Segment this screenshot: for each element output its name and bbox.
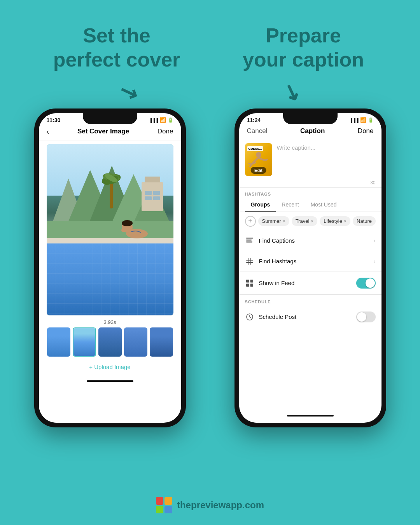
thumb-guess-label: GUESS... — [247, 146, 264, 151]
svg-rect-19 — [246, 242, 252, 243]
svg-rect-22 — [246, 260, 253, 261]
left-arrow-icon: ↙ — [116, 77, 141, 107]
show-in-feed-toggle[interactable] — [356, 278, 376, 289]
thumbnail-4[interactable] — [124, 327, 147, 357]
home-indicator-right — [287, 415, 334, 416]
schedule-section-label: SCHEDULE — [239, 294, 382, 306]
schedule-post-label: Schedule Post — [259, 313, 352, 320]
status-icons-left: ▐▐▐ 📶 🔋 — [149, 117, 173, 123]
right-header: Prepare your caption — [210, 23, 397, 72]
palm-tree-svg — [100, 158, 123, 208]
tab-groups[interactable]: Groups — [245, 198, 276, 212]
caption-thumbnail: GUESS... Edit — [245, 143, 272, 176]
logo-q3 — [156, 506, 164, 514]
footer-website: thepreviewapp.com — [177, 500, 264, 511]
done-button-right[interactable]: Done — [358, 127, 374, 135]
svg-rect-21 — [250, 258, 251, 265]
grid-icon — [245, 278, 254, 288]
logo-q4 — [164, 506, 172, 514]
hashtag-chips: + Summer × Travel × Lifestyle × Nature — [239, 212, 382, 231]
toggle-thumb-off — [357, 312, 366, 322]
pool-water — [47, 243, 173, 315]
landscape-bg — [47, 144, 173, 315]
done-button-left[interactable]: Done — [158, 128, 173, 135]
wifi-icon: 📶 — [160, 117, 166, 123]
phone-left-screen: 11:30 ▐▐▐ 📶 🔋 ‹ Set Cover Image Done — [39, 113, 181, 423]
schedule-post-row[interactable]: Schedule Post — [239, 306, 382, 328]
svg-rect-17 — [246, 238, 253, 239]
svg-point-16 — [256, 152, 261, 158]
thumbnail-1[interactable] — [47, 327, 70, 357]
toggle-thumb-on — [366, 278, 375, 288]
char-count: 30 — [239, 180, 382, 188]
logo-q1 — [156, 497, 164, 505]
signal-icon: ▐▐▐ — [149, 118, 158, 122]
right-title: Prepare your caption — [210, 23, 397, 72]
logo-q2 — [164, 497, 172, 505]
svg-rect-27 — [250, 284, 253, 287]
nav-title-right: Caption — [300, 127, 325, 135]
upload-image-button[interactable]: + Upload Image — [39, 357, 181, 377]
arrow-section: ↙ ↘ — [0, 80, 420, 105]
caption-input-area[interactable]: GUESS... Edit Write caption... — [239, 139, 382, 180]
svg-line-30 — [250, 317, 251, 318]
show-in-feed-row[interactable]: Show in Feed — [239, 272, 382, 294]
thumbnail-2-active[interactable] — [73, 327, 96, 357]
cancel-button[interactable]: Cancel — [247, 127, 268, 135]
find-hashtags-label: Find Hashtags — [259, 258, 369, 264]
left-title: Set the perfect cover — [23, 23, 210, 72]
left-header: Set the perfect cover — [23, 23, 210, 72]
find-hashtags-row[interactable]: Find Hashtags › — [239, 251, 382, 272]
remove-summer-icon[interactable]: × — [283, 219, 285, 224]
svg-rect-11 — [47, 243, 173, 315]
home-indicator-left — [87, 380, 133, 382]
phones-section: 11:30 ▐▐▐ 📶 🔋 ‹ Set Cover Image Done — [0, 108, 420, 427]
hashtag-tabs[interactable]: Groups Recent Most Used — [239, 198, 382, 212]
captions-icon — [245, 236, 254, 245]
thumbnail-3[interactable] — [98, 327, 122, 357]
find-hashtags-chevron: › — [373, 258, 375, 265]
nav-bar-left: ‹ Set Cover Image Done — [39, 125, 181, 140]
remove-lifestyle-icon[interactable]: × — [344, 219, 346, 224]
thumbnail-5[interactable] — [150, 327, 173, 357]
svg-rect-25 — [250, 280, 253, 283]
show-in-feed-label: Show in Feed — [259, 280, 352, 286]
tab-recent[interactable]: Recent — [276, 198, 304, 212]
timestamp-label: 3.93s — [39, 319, 181, 325]
chip-nature[interactable]: Nature — [353, 216, 376, 226]
battery-icon-right: 🔋 — [368, 117, 374, 123]
pool-tiles-svg — [47, 243, 173, 315]
nav-title-left: Set Cover Image — [77, 128, 129, 135]
find-captions-row[interactable]: Find Captions › — [239, 231, 382, 251]
chip-travel[interactable]: Travel × — [292, 216, 318, 226]
add-hashtag-button[interactable]: + — [245, 216, 256, 227]
chip-summer[interactable]: Summer × — [258, 216, 289, 226]
caption-placeholder-text[interactable]: Write caption... — [277, 143, 376, 176]
hashtags-section-label: HASHTAGS — [239, 188, 382, 198]
footer-logo — [156, 497, 172, 513]
back-button[interactable]: ‹ — [47, 127, 49, 136]
phone-right-screen: 11:24 ▐▐▐ 📶 🔋 Cancel Caption Done GUESS.… — [239, 113, 382, 423]
nav-bar-right: Cancel Caption Done — [239, 125, 382, 139]
svg-rect-26 — [246, 284, 249, 287]
header-section: Set the perfect cover Prepare your capti… — [0, 0, 420, 80]
status-icons-right: ▐▐▐ 📶 🔋 — [349, 117, 373, 123]
thumb-edit-label[interactable]: Edit — [250, 167, 266, 174]
remove-travel-icon[interactable]: × — [311, 219, 313, 224]
svg-rect-24 — [246, 280, 249, 283]
svg-rect-20 — [248, 258, 249, 265]
schedule-post-toggle[interactable] — [356, 312, 376, 322]
clock-icon — [245, 312, 254, 322]
phone-right: 11:24 ▐▐▐ 📶 🔋 Cancel Caption Done GUESS.… — [234, 108, 386, 427]
chip-lifestyle[interactable]: Lifestyle × — [320, 216, 350, 226]
signal-icon-right: ▐▐▐ — [349, 118, 358, 122]
svg-rect-6 — [110, 181, 113, 208]
phone-right-notch — [283, 113, 338, 124]
building — [142, 182, 163, 211]
battery-icon: 🔋 — [168, 117, 173, 123]
svg-rect-23 — [246, 262, 253, 263]
right-arrow-icon: ↘ — [279, 77, 304, 107]
phone-left-notch — [83, 113, 137, 124]
tab-most-used[interactable]: Most Used — [305, 198, 343, 212]
thumbnail-strip[interactable] — [39, 327, 181, 357]
